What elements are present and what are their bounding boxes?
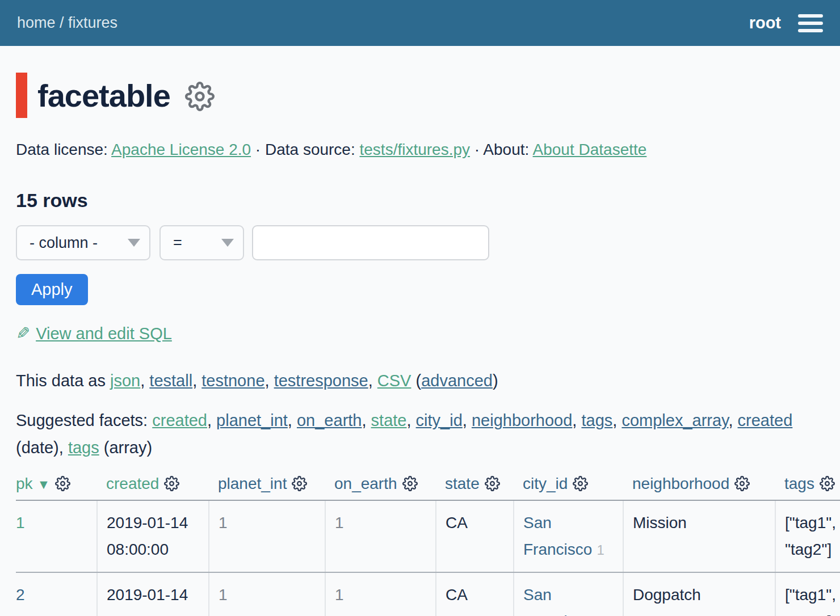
data-source-link[interactable]: tests/fixtures.py (360, 141, 471, 158)
row-count-heading: 15 rows (16, 189, 840, 212)
pencil-icon: ✎ (16, 323, 30, 343)
column-header-state-link[interactable]: state (445, 475, 480, 492)
separator: , (728, 411, 737, 429)
separator: , (463, 411, 472, 429)
filter-row: - column - = (16, 225, 840, 260)
view-edit-sql-link[interactable]: View and edit SQL (36, 324, 172, 343)
breadcrumb: home / fixtures (17, 14, 117, 32)
column-gear-icon[interactable] (164, 476, 179, 491)
city-link[interactable]: San Francisco (523, 586, 592, 616)
page-content: facetable Data license: Apache License 2… (0, 73, 840, 616)
cell-pk: 2 (16, 572, 97, 616)
cell-city-id: San Francisco1 (514, 500, 623, 572)
cell-pk: 1 (16, 500, 97, 572)
separator: (array) (99, 438, 152, 457)
filter-value-input[interactable] (252, 225, 489, 260)
table-settings-gear-icon[interactable] (185, 82, 215, 111)
breadcrumb-home-link[interactable]: home (17, 14, 56, 31)
hamburger-menu-icon[interactable] (798, 12, 823, 35)
filter-operator-select[interactable]: = (159, 225, 244, 260)
facet-link-city-id[interactable]: city_id (416, 411, 463, 429)
cell-city-id: San Francisco1 (514, 572, 623, 616)
export-link-advanced[interactable]: advanced (421, 372, 493, 390)
column-header-pk: pk▼ (16, 475, 97, 500)
column-header-on-earth-link[interactable]: on_earth (334, 475, 397, 492)
cell-neighborhood: Mission (623, 500, 775, 572)
chevron-down-icon (221, 239, 234, 247)
facet-link-created[interactable]: created (152, 411, 207, 429)
column-header-tags-link[interactable]: tags (784, 475, 814, 492)
facet-link-state[interactable]: state (371, 411, 407, 429)
title-row: facetable (16, 73, 840, 118)
column-header-planet-int: planet_int (209, 475, 325, 500)
export-link-testnone[interactable]: testnone (201, 372, 264, 390)
about-link[interactable]: About Datasette (533, 141, 647, 158)
created-value: 2019-01-14 08:00:00 (107, 586, 188, 616)
export-link-testall[interactable]: testall (149, 372, 192, 390)
facet-link-on-earth[interactable]: on_earth (297, 411, 362, 429)
column-header-state: state (436, 475, 514, 500)
suggested-facets-line: Suggested facets: created, planet_int, o… (16, 407, 826, 461)
separator: , (140, 372, 149, 390)
facet-link-created-date[interactable]: created (738, 411, 793, 429)
filter-column-value: - column - (30, 234, 98, 252)
dot-separator: · (251, 141, 265, 158)
export-link-csv[interactable]: CSV (377, 372, 411, 390)
facets-prefix: Suggested facets: (16, 411, 152, 429)
facet-link-planet-int[interactable]: planet_int (216, 411, 288, 429)
facet-link-tags-array[interactable]: tags (68, 438, 99, 457)
cell-on-earth: 1 (325, 500, 436, 572)
column-gear-icon[interactable] (573, 476, 588, 491)
separator: , (192, 372, 201, 390)
separator: ) (493, 372, 498, 390)
separator: , (572, 411, 581, 429)
separator: , (207, 411, 216, 429)
column-gear-icon[interactable] (734, 476, 750, 491)
filter-column-select[interactable]: - column - (16, 225, 150, 260)
export-link-testresponse[interactable]: testresponse (274, 372, 368, 390)
sql-row: ✎View and edit SQL (16, 323, 840, 343)
facet-link-tags[interactable]: tags (581, 411, 612, 429)
cell-state: CA (436, 572, 514, 616)
column-header-city-id: city_id (514, 475, 623, 500)
column-gear-icon[interactable] (292, 476, 307, 491)
on-earth-value: 1 (335, 586, 344, 604)
cell-tags: ["tag1", "tag3"] (775, 572, 840, 616)
license-label: Data license: (16, 141, 111, 158)
separator: , (368, 372, 377, 390)
top-navigation-bar: home / fixtures root (0, 0, 840, 46)
facet-link-complex-array[interactable]: complex_array (621, 411, 728, 429)
separator: , (265, 372, 274, 390)
column-header-pk-link[interactable]: pk (16, 475, 33, 492)
hamburger-bar (798, 29, 823, 32)
state-value: CA (446, 586, 468, 604)
apply-button[interactable]: Apply (16, 274, 88, 305)
column-gear-icon[interactable] (55, 476, 70, 491)
column-header-neighborhood-link[interactable]: neighborhood (632, 475, 729, 492)
results-table: pk▼ created planet_int on_earth state (16, 475, 840, 616)
logged-in-user-link[interactable]: root (749, 14, 781, 32)
column-header-created-link[interactable]: created (106, 475, 159, 492)
column-gear-icon[interactable] (485, 476, 500, 491)
tags-value: ["tag1", "tag2"] (785, 514, 836, 558)
export-links-line: This data as json, testall, testnone, te… (16, 368, 840, 393)
table-header-row: pk▼ created planet_int on_earth state (16, 475, 840, 500)
cell-planet-int: 1 (209, 572, 325, 616)
column-header-planet-int-link[interactable]: planet_int (218, 475, 287, 492)
cell-planet-int: 1 (209, 500, 325, 572)
breadcrumb-database-link[interactable]: fixtures (68, 14, 117, 31)
city-link[interactable]: San Francisco (523, 514, 592, 558)
separator: (date), (16, 438, 68, 457)
created-value: 2019-01-14 08:00:00 (107, 514, 188, 558)
tags-value: ["tag1", "tag3"] (785, 586, 836, 616)
row-pk-link[interactable]: 1 (16, 514, 25, 531)
column-header-city-id-link[interactable]: city_id (523, 475, 568, 492)
column-gear-icon[interactable] (402, 476, 418, 491)
export-link-json[interactable]: json (110, 372, 140, 390)
facet-link-neighborhood[interactable]: neighborhood (472, 411, 572, 429)
column-gear-icon[interactable] (820, 476, 835, 491)
breadcrumb-separator: / (56, 14, 69, 31)
license-link[interactable]: Apache License 2.0 (111, 141, 251, 158)
state-value: CA (446, 514, 468, 531)
row-pk-link[interactable]: 2 (16, 586, 25, 604)
